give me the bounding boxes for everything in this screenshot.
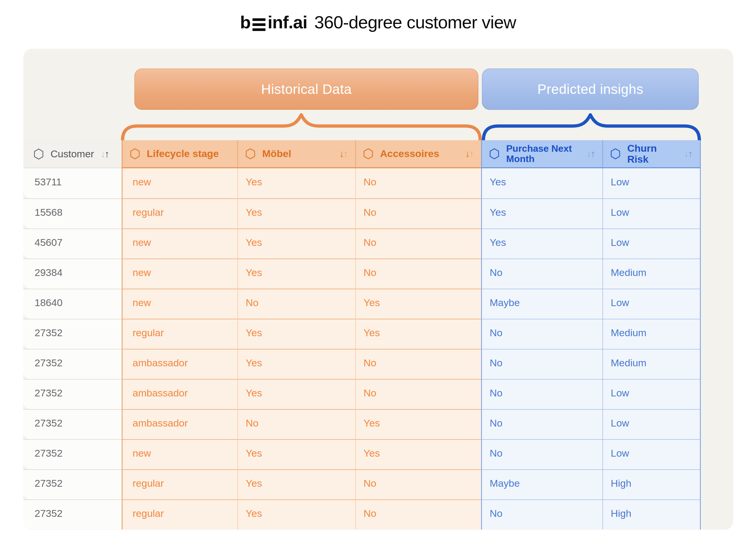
column-label: Churn Risk [627, 143, 677, 165]
purchase-cell-row7: No [481, 349, 603, 379]
accessoires-cell-row6: Yes [356, 319, 481, 349]
accessoires-cell-row1: No [356, 168, 481, 198]
purchase-cell-row1: Yes [481, 168, 603, 198]
purchase-cell-row10: No [481, 439, 603, 469]
purchase-cell-row2: Yes [481, 198, 603, 229]
brand-suffix: inf.ai [268, 14, 307, 31]
customer-cell-row9: 27352 [23, 409, 122, 439]
lifecycle-cell-row7: ambassador [122, 349, 238, 379]
hexagon-icon [489, 148, 500, 160]
predicted-insights-banner-label: Predicted insighs [537, 81, 643, 97]
sort-arrows-icon[interactable]: ↓↑ [100, 149, 109, 160]
customer-cell-row2: 15568 [23, 198, 122, 229]
lifecycle-cell-row5: new [122, 289, 238, 319]
accessoires-cell-row11: No [356, 469, 481, 499]
lifecycle-cell-row1: new [122, 168, 238, 198]
column-header-accessoires[interactable]: Accessoires↓↑ [356, 140, 481, 168]
column-header-purchase[interactable]: Purchase Next Month↓↑ [481, 140, 603, 168]
moebel-cell-row5: No [238, 289, 356, 319]
moebel-cell-row1: Yes [238, 168, 356, 198]
column-label: Purchase Next Month [506, 144, 580, 164]
accessoires-cell-row8: No [356, 379, 481, 409]
predicted-insights-banner[interactable]: Predicted insighs [482, 69, 699, 110]
moebel-cell-row4: Yes [238, 259, 356, 289]
churn-cell-row6: Medium [603, 319, 701, 349]
purchase-cell-row9: No [481, 409, 603, 439]
moebel-cell-row8: Yes [238, 379, 356, 409]
customer-view-card: Historical Data Predicted insighs Custom… [23, 49, 733, 530]
moebel-cell-row9: No [238, 409, 356, 439]
purchase-cell-row4: No [481, 259, 603, 289]
accessoires-cell-row12: No [356, 499, 481, 530]
churn-cell-row1: Low [603, 168, 701, 198]
customer-table: Customer↓↑Lifecycle stageMöbel↓↑Accessoi… [23, 140, 701, 530]
churn-cell-row2: Low [603, 198, 701, 229]
churn-cell-row12: High [603, 499, 701, 530]
customer-cell-row8: 27352 [23, 379, 122, 409]
accessoires-cell-row3: No [356, 229, 481, 259]
brand-logo: b inf.ai [240, 14, 307, 31]
customer-cell-row3: 45607 [23, 229, 122, 259]
accessoires-cell-row10: Yes [356, 439, 481, 469]
customer-cell-row7: 27352 [23, 349, 122, 379]
churn-cell-row3: Low [603, 229, 701, 259]
accessoires-cell-row7: No [356, 349, 481, 379]
brand-prefix: b [240, 14, 251, 31]
page-title-text: 360-degree customer view [314, 14, 516, 31]
churn-cell-row8: Low [603, 379, 701, 409]
accessoires-cell-row2: No [356, 198, 481, 229]
purchase-cell-row12: No [481, 499, 603, 530]
churn-cell-row7: Medium [603, 349, 701, 379]
historical-brace [123, 115, 480, 140]
moebel-cell-row12: Yes [238, 499, 356, 530]
customer-cell-row6: 27352 [23, 319, 122, 349]
column-header-lifecycle: Lifecycle stage [122, 140, 238, 168]
lifecycle-cell-row10: new [122, 439, 238, 469]
customer-cell-row1: 53711 [23, 168, 122, 198]
page-title: b inf.ai 360-degree customer view [0, 14, 756, 31]
column-label: Möbel [262, 148, 291, 159]
hexagon-icon [33, 148, 44, 160]
accessoires-cell-row4: No [356, 259, 481, 289]
accessoires-cell-row5: Yes [356, 289, 481, 319]
lifecycle-cell-row2: regular [122, 198, 238, 229]
churn-cell-row9: Low [603, 409, 701, 439]
page: b inf.ai 360-degree customer view Histor… [0, 0, 756, 549]
sort-arrows-icon[interactable]: ↓↑ [586, 148, 595, 159]
column-header-moebel[interactable]: Möbel↓↑ [238, 140, 356, 168]
customer-cell-row4: 29384 [23, 259, 122, 289]
churn-cell-row4: Medium [603, 259, 701, 289]
moebel-cell-row7: Yes [238, 349, 356, 379]
purchase-cell-row3: Yes [481, 229, 603, 259]
moebel-cell-row11: Yes [238, 469, 356, 499]
hexagon-icon [363, 148, 374, 160]
moebel-cell-row10: Yes [238, 439, 356, 469]
customer-cell-row5: 18640 [23, 289, 122, 319]
column-header-churn[interactable]: Churn Risk↓↑ [603, 140, 701, 168]
purchase-cell-row6: No [481, 319, 603, 349]
column-label: Accessoires [380, 148, 439, 159]
lifecycle-cell-row11: regular [122, 469, 238, 499]
lifecycle-cell-row6: regular [122, 319, 238, 349]
lifecycle-cell-row4: new [122, 259, 238, 289]
moebel-cell-row2: Yes [238, 198, 356, 229]
churn-cell-row5: Low [603, 289, 701, 319]
historical-data-banner[interactable]: Historical Data [134, 69, 478, 110]
moebel-cell-row6: Yes [238, 319, 356, 349]
accessoires-cell-row9: Yes [356, 409, 481, 439]
moebel-cell-row3: Yes [238, 229, 356, 259]
churn-cell-row10: Low [603, 439, 701, 469]
lifecycle-cell-row9: ambassador [122, 409, 238, 439]
hexagon-icon [130, 148, 140, 160]
customer-cell-row11: 27352 [23, 469, 122, 499]
column-label: Customer [50, 149, 94, 159]
hexagon-icon [245, 148, 256, 160]
column-label: Lifecycle stage [147, 148, 219, 159]
sort-arrows-icon[interactable]: ↓↑ [465, 148, 474, 159]
column-header-customer[interactable]: Customer↓↑ [23, 140, 122, 168]
lifecycle-cell-row3: new [122, 229, 238, 259]
sort-arrows-icon[interactable]: ↓↑ [339, 148, 348, 159]
lifecycle-cell-row12: regular [122, 499, 238, 530]
sort-arrows-icon[interactable]: ↓↑ [684, 148, 693, 159]
lifecycle-cell-row8: ambassador [122, 379, 238, 409]
